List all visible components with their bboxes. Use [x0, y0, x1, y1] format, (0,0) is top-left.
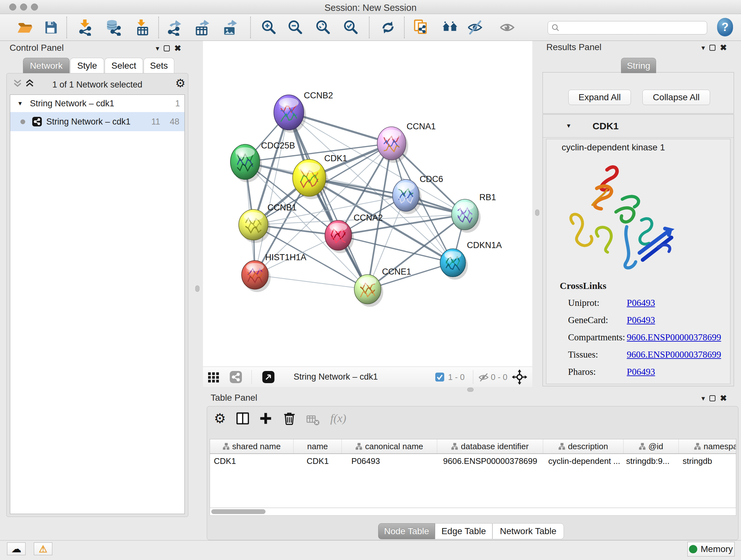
column-header[interactable]: shared name	[210, 439, 293, 453]
right-splitter-handle[interactable]	[535, 209, 539, 216]
crosslink-tissues-link[interactable]: 9606.ENSP00000378699	[627, 349, 721, 360]
column-header[interactable]: name	[293, 439, 342, 453]
table-panel-close-icon[interactable]: ✖	[720, 393, 727, 403]
node-label-ccna2: CCNA2	[354, 213, 383, 223]
horizontal-splitter-handle[interactable]	[467, 388, 474, 392]
home-networks-icon[interactable]	[441, 18, 459, 37]
node-entry-body: cyclin-dependent kinase 1	[546, 139, 731, 384]
results-content-box: ▼ CDK1 cyclin-dependent kinase 1	[542, 114, 734, 386]
results-panel-menu-icon[interactable]: ▾	[701, 44, 705, 52]
zoom-in-icon[interactable]	[260, 18, 278, 37]
zoom-fit-icon[interactable]	[314, 18, 332, 37]
refresh-view-icon[interactable]	[379, 18, 397, 37]
table-settings-gear-icon[interactable]: ⚙	[212, 410, 228, 427]
tab-select[interactable]: Select	[105, 58, 143, 73]
tab-sets[interactable]: Sets	[144, 58, 174, 73]
column-header[interactable]: @id	[623, 439, 679, 453]
table-row[interactable]: CDK1 CDK1 P06493 9606.ENSP00000378699 cy…	[210, 454, 736, 468]
delete-column-trash-icon[interactable]	[281, 410, 298, 427]
results-panel-close-icon[interactable]: ✖	[720, 43, 727, 53]
crosslink-genecard-link[interactable]: P06493	[627, 315, 655, 325]
create-column-icon[interactable]	[258, 410, 274, 427]
column-header[interactable]: canonical name	[342, 439, 437, 453]
main-toolbar: ?	[0, 14, 741, 41]
hide-selected-icon[interactable]	[466, 18, 484, 37]
cell-description: cyclin-dependent ...	[543, 456, 623, 466]
network-tree-root-row[interactable]: ▼ String Network – cdk1 1	[10, 95, 185, 112]
export-table-icon[interactable]	[194, 18, 212, 37]
help-button[interactable]: ?	[717, 18, 733, 37]
open-session-icon[interactable]	[16, 18, 33, 37]
tab-string[interactable]: String	[621, 58, 656, 73]
warning-icon: ⚠	[39, 543, 48, 555]
entry-expand-triangle-icon[interactable]: ▼	[566, 123, 571, 129]
expand-all-button[interactable]: Expand All	[568, 90, 631, 105]
export-image-icon[interactable]	[221, 18, 239, 37]
grid-view-icon[interactable]	[207, 371, 219, 384]
zoom-out-icon[interactable]	[286, 18, 304, 37]
network-tree-selected-row[interactable]: String Network – cdk1 11 48	[10, 112, 185, 131]
show-columns-icon[interactable]	[234, 410, 251, 427]
tab-network[interactable]: Network	[23, 58, 70, 73]
crosslink-label: Compartments:	[568, 332, 625, 343]
table-panel-float-icon[interactable]	[710, 395, 716, 401]
table-panel-body: ⚙ f(x) shared name name canonical name d…	[207, 406, 738, 540]
column-type-icon	[558, 443, 565, 450]
node-entry-header[interactable]: ▼ CDK1	[543, 115, 734, 138]
control-panel-float-icon[interactable]	[164, 45, 170, 51]
crosslink-label: Uniprot:	[568, 298, 599, 308]
table-hscrollbar[interactable]	[210, 508, 736, 516]
import-network-from-database-icon[interactable]	[105, 18, 122, 37]
import-network-from-file-icon[interactable]	[77, 18, 94, 37]
table-panel-title: Table Panel	[211, 393, 257, 403]
tab-style[interactable]: Style	[70, 58, 104, 73]
toolbar-search[interactable]	[548, 21, 707, 35]
control-panel-close-icon[interactable]: ✖	[174, 44, 181, 53]
table-panel: Table Panel ▾ ✖ ⚙ f(x) shared name name …	[203, 392, 741, 540]
results-panel-float-icon[interactable]	[710, 45, 716, 51]
crosslink-pharos-link[interactable]: P06493	[627, 367, 655, 377]
zoom-selected-icon[interactable]	[342, 18, 360, 37]
tab-network-table[interactable]: Network Table	[492, 523, 564, 539]
column-type-icon	[694, 443, 701, 450]
network-selection-status: 1 of 1 Network selected	[7, 80, 188, 90]
memory-button[interactable]: Memory	[687, 542, 735, 557]
control-panel-menu-icon[interactable]: ▾	[156, 44, 159, 53]
pan-crosshair-icon[interactable]	[512, 369, 527, 386]
results-buttons-box: Expand All Collapse All	[542, 72, 734, 114]
left-splitter-handle[interactable]	[195, 286, 199, 292]
hidden-node-edge-counts: 0 - 0	[491, 372, 508, 382]
detach-view-icon[interactable]	[262, 371, 274, 384]
network-overview-icon[interactable]	[230, 371, 242, 384]
tab-edge-table[interactable]: Edge Table	[435, 523, 492, 539]
status-bar: ☁ ⚠ Memory	[0, 540, 741, 560]
import-table-from-file-icon[interactable]	[133, 18, 151, 37]
table-panel-menu-icon[interactable]: ▾	[701, 394, 705, 402]
node-label-ccna1: CCNA1	[407, 122, 436, 131]
collapse-all-button[interactable]: Collapse All	[643, 90, 710, 105]
show-hidden-icon[interactable]	[498, 18, 516, 37]
expand-triangle-icon[interactable]: ▼	[17, 100, 23, 107]
network-name: String Network – cdk1	[46, 117, 131, 127]
network-canvas[interactable]: CCNB2CCNA1CDC25BCDK1CDC6RB1CCNB1CCNA2CDK…	[203, 41, 532, 367]
selected-checkbox-icon[interactable]	[435, 373, 444, 383]
crosslink-compartments-link[interactable]: 9606.ENSP00000378699	[627, 332, 721, 343]
copy-network-view-icon[interactable]	[412, 18, 430, 37]
export-network-icon[interactable]	[166, 18, 184, 37]
hscrollbar-thumb[interactable]	[211, 509, 266, 514]
cloud-status-button[interactable]: ☁	[7, 543, 25, 555]
search-input[interactable]	[560, 23, 700, 33]
save-session-icon[interactable]	[42, 18, 60, 37]
crosslink-uniprot-link[interactable]: P06493	[627, 298, 655, 308]
node-label-ccnb2: CCNB2	[304, 91, 333, 100]
network-view-toolbar: String Network – cdk1 1 - 0 0 - 0	[203, 367, 532, 387]
tab-node-table[interactable]: Node Table	[378, 523, 435, 539]
node-label-cdk1: CDK1	[324, 153, 347, 163]
network-graph[interactable]: CCNB2CCNA1CDC25BCDK1CDC6RB1CCNB1CCNA2CDK…	[203, 41, 532, 367]
column-header[interactable]: description	[543, 439, 623, 453]
node-label-hist1h1a: HIST1H1A	[265, 253, 307, 262]
warnings-button[interactable]: ⚠	[34, 543, 52, 555]
column-header[interactable]: namespace	[679, 439, 736, 453]
network-options-gear-icon[interactable]: ⚙	[175, 78, 185, 89]
column-header[interactable]: database identifier	[437, 439, 543, 453]
